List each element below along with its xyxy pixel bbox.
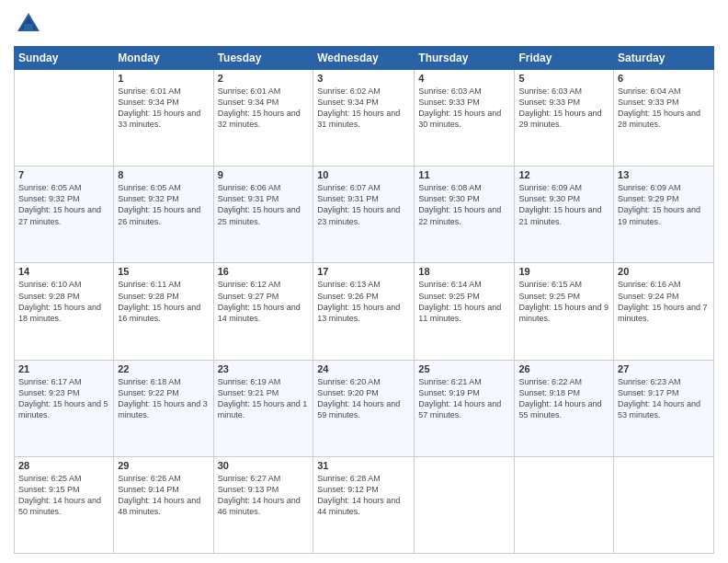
- header-cell-tuesday: Tuesday: [213, 47, 313, 70]
- day-cell: 4Sunrise: 6:03 AMSunset: 9:33 PMDaylight…: [415, 70, 515, 167]
- day-info: Sunrise: 6:05 AMSunset: 9:32 PMDaylight:…: [18, 182, 109, 227]
- day-info: Sunrise: 6:28 AMSunset: 9:12 PMDaylight:…: [317, 473, 410, 518]
- day-number: 24: [317, 363, 410, 374]
- day-info: Sunrise: 6:03 AMSunset: 9:33 PMDaylight:…: [518, 86, 609, 131]
- day-info: Sunrise: 6:16 AMSunset: 9:24 PMDaylight:…: [618, 279, 710, 324]
- day-info: Sunrise: 6:15 AMSunset: 9:25 PMDaylight:…: [518, 279, 609, 324]
- svg-rect-2: [24, 24, 33, 31]
- day-info: Sunrise: 6:21 AMSunset: 9:19 PMDaylight:…: [418, 376, 510, 421]
- day-cell: 3Sunrise: 6:02 AMSunset: 9:34 PMDaylight…: [313, 70, 415, 167]
- day-cell: [614, 456, 714, 553]
- header-cell-wednesday: Wednesday: [313, 47, 415, 70]
- day-number: 11: [418, 169, 510, 180]
- header-cell-monday: Monday: [114, 47, 213, 70]
- day-info: Sunrise: 6:08 AMSunset: 9:30 PMDaylight:…: [418, 182, 510, 227]
- day-number: 19: [518, 266, 609, 277]
- day-info: Sunrise: 6:17 AMSunset: 9:23 PMDaylight:…: [18, 376, 109, 421]
- day-cell: 15Sunrise: 6:11 AMSunset: 9:28 PMDayligh…: [114, 263, 213, 360]
- day-number: 30: [218, 460, 310, 471]
- day-number: 25: [418, 363, 510, 374]
- day-cell: 29Sunrise: 6:26 AMSunset: 9:14 PMDayligh…: [114, 456, 213, 553]
- day-info: Sunrise: 6:06 AMSunset: 9:31 PMDaylight:…: [218, 182, 310, 227]
- week-row-1: 7Sunrise: 6:05 AMSunset: 9:32 PMDaylight…: [15, 167, 714, 263]
- day-cell: 9Sunrise: 6:06 AMSunset: 9:31 PMDaylight…: [213, 167, 313, 263]
- day-cell: 18Sunrise: 6:14 AMSunset: 9:25 PMDayligh…: [415, 263, 515, 360]
- day-info: Sunrise: 6:23 AMSunset: 9:17 PMDaylight:…: [618, 376, 710, 421]
- day-cell: 30Sunrise: 6:27 AMSunset: 9:13 PMDayligh…: [213, 456, 313, 553]
- week-row-0: 1Sunrise: 6:01 AMSunset: 9:34 PMDaylight…: [15, 70, 714, 167]
- day-number: 2: [218, 73, 310, 84]
- day-info: Sunrise: 6:13 AMSunset: 9:26 PMDaylight:…: [317, 279, 410, 324]
- day-cell: 12Sunrise: 6:09 AMSunset: 9:30 PMDayligh…: [515, 167, 614, 263]
- day-number: 12: [518, 169, 609, 180]
- day-info: Sunrise: 6:25 AMSunset: 9:15 PMDaylight:…: [18, 473, 109, 518]
- day-info: Sunrise: 6:04 AMSunset: 9:33 PMDaylight:…: [618, 86, 710, 131]
- day-cell: 21Sunrise: 6:17 AMSunset: 9:23 PMDayligh…: [15, 360, 114, 456]
- header-cell-sunday: Sunday: [15, 47, 114, 70]
- day-cell: 16Sunrise: 6:12 AMSunset: 9:27 PMDayligh…: [213, 263, 313, 360]
- day-number: 8: [118, 169, 209, 180]
- day-cell: 26Sunrise: 6:22 AMSunset: 9:18 PMDayligh…: [515, 360, 614, 456]
- day-info: Sunrise: 6:22 AMSunset: 9:18 PMDaylight:…: [518, 376, 609, 421]
- day-info: Sunrise: 6:26 AMSunset: 9:14 PMDaylight:…: [118, 473, 209, 518]
- day-cell: 8Sunrise: 6:05 AMSunset: 9:32 PMDaylight…: [114, 167, 213, 263]
- day-cell: 2Sunrise: 6:01 AMSunset: 9:34 PMDaylight…: [213, 70, 313, 167]
- day-number: 31: [317, 460, 410, 471]
- day-cell: 28Sunrise: 6:25 AMSunset: 9:15 PMDayligh…: [15, 456, 114, 553]
- page: SundayMondayTuesdayWednesdayThursdayFrid…: [0, 0, 728, 563]
- logo-icon: [14, 9, 43, 39]
- day-number: 13: [618, 169, 710, 180]
- day-number: 5: [518, 73, 609, 84]
- day-cell: 1Sunrise: 6:01 AMSunset: 9:34 PMDaylight…: [114, 70, 213, 167]
- day-cell: 5Sunrise: 6:03 AMSunset: 9:33 PMDaylight…: [515, 70, 614, 167]
- day-info: Sunrise: 6:12 AMSunset: 9:27 PMDaylight:…: [218, 279, 310, 324]
- header-cell-thursday: Thursday: [415, 47, 515, 70]
- week-row-3: 21Sunrise: 6:17 AMSunset: 9:23 PMDayligh…: [15, 360, 714, 456]
- day-number: 6: [618, 73, 710, 84]
- day-info: Sunrise: 6:01 AMSunset: 9:34 PMDaylight:…: [118, 86, 209, 131]
- day-info: Sunrise: 6:18 AMSunset: 9:22 PMDaylight:…: [118, 376, 209, 421]
- day-number: 17: [317, 266, 410, 277]
- day-number: 1: [118, 73, 209, 84]
- header: [14, 9, 714, 39]
- week-row-4: 28Sunrise: 6:25 AMSunset: 9:15 PMDayligh…: [15, 456, 714, 553]
- header-cell-saturday: Saturday: [614, 47, 714, 70]
- day-cell: 17Sunrise: 6:13 AMSunset: 9:26 PMDayligh…: [313, 263, 415, 360]
- day-cell: 23Sunrise: 6:19 AMSunset: 9:21 PMDayligh…: [213, 360, 313, 456]
- logo: [14, 9, 47, 39]
- day-number: 3: [317, 73, 410, 84]
- day-number: 22: [118, 363, 209, 374]
- day-info: Sunrise: 6:14 AMSunset: 9:25 PMDaylight:…: [418, 279, 510, 324]
- day-number: 4: [418, 73, 510, 84]
- header-cell-friday: Friday: [515, 47, 614, 70]
- day-number: 9: [218, 169, 310, 180]
- day-cell: 14Sunrise: 6:10 AMSunset: 9:28 PMDayligh…: [15, 263, 114, 360]
- day-info: Sunrise: 6:20 AMSunset: 9:20 PMDaylight:…: [317, 376, 410, 421]
- day-number: 27: [618, 363, 710, 374]
- day-cell: 22Sunrise: 6:18 AMSunset: 9:22 PMDayligh…: [114, 360, 213, 456]
- day-info: Sunrise: 6:09 AMSunset: 9:29 PMDaylight:…: [618, 182, 710, 227]
- day-cell: 7Sunrise: 6:05 AMSunset: 9:32 PMDaylight…: [15, 167, 114, 263]
- day-number: 28: [18, 460, 109, 471]
- day-info: Sunrise: 6:11 AMSunset: 9:28 PMDaylight:…: [118, 279, 209, 324]
- day-info: Sunrise: 6:02 AMSunset: 9:34 PMDaylight:…: [317, 86, 410, 131]
- day-number: 20: [618, 266, 710, 277]
- day-number: 26: [518, 363, 609, 374]
- day-cell: [415, 456, 515, 553]
- day-cell: 11Sunrise: 6:08 AMSunset: 9:30 PMDayligh…: [415, 167, 515, 263]
- day-cell: 27Sunrise: 6:23 AMSunset: 9:17 PMDayligh…: [614, 360, 714, 456]
- day-number: 15: [118, 266, 209, 277]
- header-row: SundayMondayTuesdayWednesdayThursdayFrid…: [15, 47, 714, 70]
- day-info: Sunrise: 6:07 AMSunset: 9:31 PMDaylight:…: [317, 182, 410, 227]
- day-number: 21: [18, 363, 109, 374]
- day-number: 18: [418, 266, 510, 277]
- day-cell: 13Sunrise: 6:09 AMSunset: 9:29 PMDayligh…: [614, 167, 714, 263]
- day-number: 29: [118, 460, 209, 471]
- day-info: Sunrise: 6:27 AMSunset: 9:13 PMDaylight:…: [218, 473, 310, 518]
- day-cell: [15, 70, 114, 167]
- day-info: Sunrise: 6:01 AMSunset: 9:34 PMDaylight:…: [218, 86, 310, 131]
- calendar: SundayMondayTuesdayWednesdayThursdayFrid…: [14, 46, 714, 554]
- day-cell: 25Sunrise: 6:21 AMSunset: 9:19 PMDayligh…: [415, 360, 515, 456]
- day-number: 7: [18, 169, 109, 180]
- day-cell: 6Sunrise: 6:04 AMSunset: 9:33 PMDaylight…: [614, 70, 714, 167]
